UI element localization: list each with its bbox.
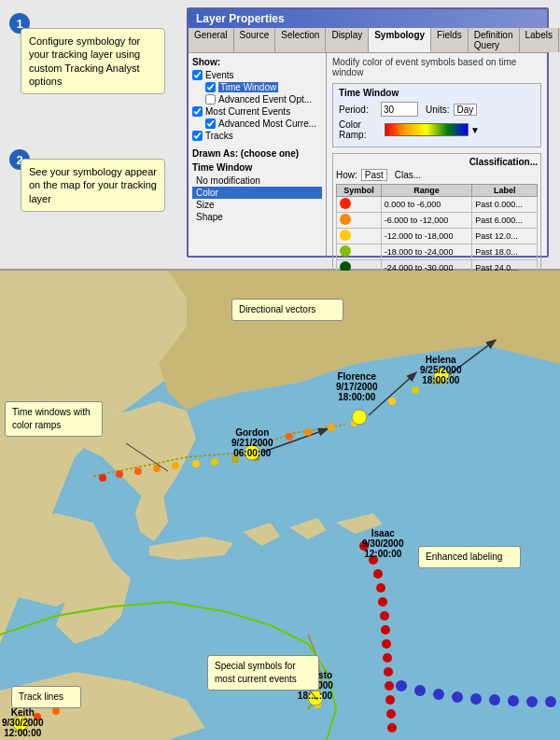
tabs-row: General Source Selection Display Symbolo…: [189, 28, 547, 53]
svg-point-19: [414, 685, 426, 696]
checkbox-events: Events: [192, 70, 322, 80]
svg-point-38: [328, 424, 335, 431]
checkbox-mostcurrent-input[interactable]: [192, 106, 203, 117]
period-label: Period:: [339, 105, 381, 115]
props-body: Show: Events Time Window Advanced Event …: [189, 53, 547, 257]
option-color[interactable]: Color: [192, 187, 322, 199]
svg-point-29: [134, 468, 142, 475]
callout-directional-vectors: Directional vectors: [231, 299, 343, 321]
svg-point-15: [385, 695, 395, 705]
top-section: 1 Configure symbology for your tracking …: [0, 0, 560, 271]
callout-1: Configure symbology for your tracking la…: [21, 28, 165, 94]
svg-point-23: [489, 694, 500, 705]
option-size[interactable]: Size: [192, 199, 322, 211]
period-input[interactable]: [381, 102, 418, 117]
class-value: Clas...: [395, 170, 421, 180]
callout-time-windows: Time windows with color ramps: [5, 401, 103, 437]
how-value: Past: [361, 169, 387, 181]
symbol-dot-4: [340, 245, 351, 257]
table-row: 0.000 to -6,000 Past 0.000...: [337, 197, 538, 213]
col-symbol: Symbol: [337, 185, 382, 197]
checkbox-events-input[interactable]: [192, 70, 203, 80]
tw-colorramp-row: Color Ramp: ▼: [339, 119, 535, 140]
svg-point-10: [381, 625, 390, 635]
symbol-dot-1: [340, 198, 351, 209]
classification-section: Classification... How: Past Clas... Symb…: [332, 153, 541, 280]
svg-point-16: [386, 709, 396, 719]
time-window-sub-label: Time Window: [192, 162, 322, 173]
svg-point-22: [470, 693, 482, 705]
checkbox-tracks: Tracks: [192, 131, 322, 141]
svg-point-33: [211, 458, 218, 466]
drawn-as-label: Drawn As: (choose one): [192, 148, 322, 159]
callout-2: See your symbology appear on the map for…: [21, 159, 165, 212]
svg-point-12: [383, 653, 392, 663]
col-range: Range: [381, 185, 472, 197]
tab-symbology[interactable]: Symbology: [369, 28, 431, 52]
checkbox-advmost-input[interactable]: [205, 119, 216, 129]
storm-label-isaac: Isaac 9/30/2000 12:00:00: [362, 528, 404, 559]
svg-point-27: [99, 474, 106, 482]
callout-track-lines: Track lines: [11, 686, 81, 708]
svg-point-21: [452, 691, 463, 703]
storm-label-helena: Helena 9/25/2000 18:00:00: [420, 355, 462, 385]
svg-point-36: [286, 433, 293, 440]
option-no-modification[interactable]: No modification: [192, 175, 322, 187]
svg-point-20: [433, 689, 444, 700]
layer-properties-window: Layer Properties General Source Selectio…: [187, 7, 549, 258]
tab-display[interactable]: Display: [326, 28, 369, 52]
svg-point-18: [396, 680, 407, 691]
checkbox-timewindow: Time Window: [205, 82, 322, 92]
checkbox-timewindow-input[interactable]: [205, 82, 216, 92]
map-section: Directional vectors Time windows with co…: [0, 271, 560, 740]
tab-defquery[interactable]: Definition Query: [469, 28, 520, 52]
props-right-panel: Modify color of event symbols based on t…: [327, 53, 547, 257]
tab-general[interactable]: General: [189, 28, 234, 52]
tab-selection[interactable]: Selection: [275, 28, 326, 52]
storm-label-gordon: Gordon 9/21/2000 06:00:00: [231, 427, 273, 458]
tab-labels[interactable]: Labels: [520, 28, 559, 52]
checkbox-advevt: Advanced Event Opt...: [205, 94, 322, 105]
svg-point-17: [387, 723, 397, 733]
col-label: Label: [472, 185, 538, 197]
color-ramp-bar[interactable]: [385, 123, 469, 136]
checkbox-advevt-input[interactable]: [205, 94, 216, 105]
props-left-panel: Show: Events Time Window Advanced Event …: [189, 53, 327, 257]
time-window-section: Time Window Period: Units: Day Color Ram…: [332, 83, 541, 147]
option-shape[interactable]: Shape: [192, 211, 322, 223]
svg-point-6: [373, 569, 383, 579]
color-ramp-dropdown[interactable]: ▼: [470, 125, 480, 135]
svg-point-9: [380, 611, 389, 621]
tab-source[interactable]: Source: [234, 28, 276, 52]
table-row: -12.000 to -18,000 Past 12.0...: [337, 229, 538, 244]
svg-point-8: [378, 597, 387, 607]
svg-point-14: [385, 681, 394, 691]
svg-point-28: [116, 470, 123, 478]
svg-point-37: [304, 428, 312, 436]
svg-point-42: [412, 386, 419, 394]
svg-point-53: [52, 707, 60, 715]
checkbox-advmost: Advanced Most Curre...: [205, 119, 322, 129]
svg-point-25: [526, 696, 538, 707]
storm-label-keith: Keith 9/30/2000 12:00:00: [2, 707, 44, 738]
table-row: -18.000 to -24,000 Past 18.0...: [337, 244, 538, 260]
svg-point-40: [352, 410, 367, 425]
table-row: -6.000 to -12,000 Past 6.000...: [337, 213, 538, 229]
show-label: Show:: [192, 57, 322, 67]
tab-fields[interactable]: Fields: [431, 28, 469, 52]
class-title: Classification...: [469, 157, 538, 167]
svg-point-13: [384, 667, 393, 677]
how-label: How:: [336, 170, 357, 180]
svg-point-26: [545, 696, 556, 707]
symbol-table: Symbol Range Label 0.000 to -6,000 Past …: [336, 184, 538, 276]
checkbox-tracks-input[interactable]: [192, 131, 203, 141]
svg-point-41: [388, 398, 396, 405]
callout-special-symbols: Special symbols for most current events: [207, 655, 319, 691]
colorramp-label: Color Ramp:: [339, 119, 381, 140]
svg-point-24: [508, 695, 519, 706]
svg-point-11: [382, 639, 391, 649]
svg-point-32: [192, 460, 200, 468]
units-label: Units:: [426, 105, 450, 115]
callout-enhanced-labeling: Enhanced labeling: [418, 546, 521, 568]
symbol-dot-3: [340, 230, 351, 241]
